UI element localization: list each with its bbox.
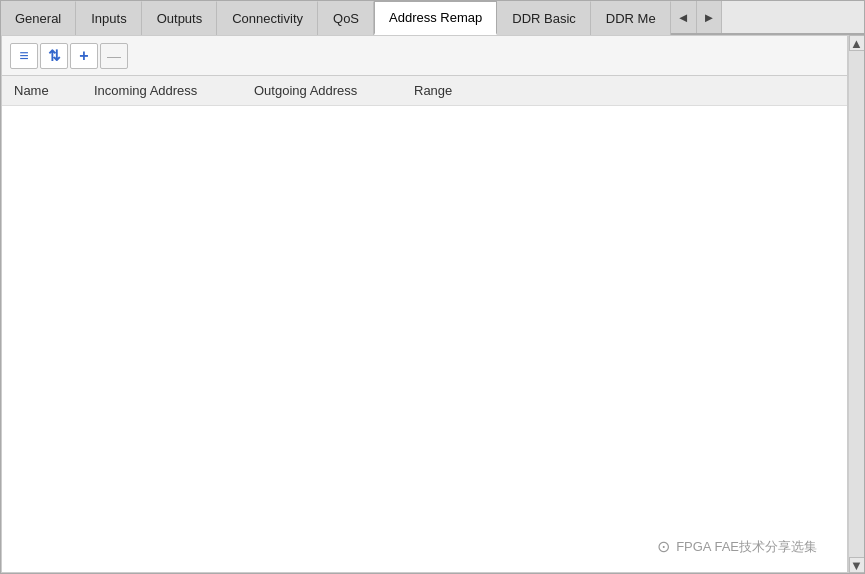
col-header-range: Range <box>410 83 510 98</box>
table-header: Name Incoming Address Outgoing Address R… <box>2 76 847 106</box>
sort-button[interactable]: ≡ <box>10 43 38 69</box>
tab-ddr-basic[interactable]: DDR Basic <box>497 1 591 35</box>
watermark: ⊙ FPGA FAE技术分享选集 <box>657 537 817 556</box>
add-button[interactable]: + <box>70 43 98 69</box>
main-content: ≡ ⇅ + — Name Incoming Address <box>1 35 864 573</box>
app-container: General Inputs Outputs Connectivity QoS … <box>0 0 865 574</box>
tab-address-remap[interactable]: Address Remap <box>374 1 497 35</box>
col-header-name: Name <box>10 83 90 98</box>
scroll-up-btn[interactable]: ▲ <box>849 35 865 51</box>
tab-outputs[interactable]: Outputs <box>142 1 218 35</box>
tab-connectivity[interactable]: Connectivity <box>217 1 318 35</box>
tab-general[interactable]: General <box>1 1 76 35</box>
table-body: ⊙ FPGA FAE技术分享选集 <box>2 106 847 572</box>
tab-bar: General Inputs Outputs Connectivity QoS … <box>1 1 864 35</box>
scroll-down-btn[interactable]: ▼ <box>849 557 865 573</box>
watermark-icon: ⊙ <box>657 537 670 556</box>
remove-button[interactable]: — <box>100 43 128 69</box>
tab-overflow-btn[interactable]: ◄ <box>671 1 697 33</box>
col-header-outgoing: Outgoing Address <box>250 83 410 98</box>
scrollbar-track[interactable] <box>849 51 865 557</box>
tab-inputs[interactable]: Inputs <box>76 1 141 35</box>
tab-ddr-me[interactable]: DDR Me <box>591 1 671 35</box>
tab-overflow-next-btn[interactable]: ► <box>697 1 723 33</box>
col-header-incoming: Incoming Address <box>90 83 250 98</box>
toolbar: ≡ ⇅ + — <box>2 36 847 76</box>
right-scrollbar: ▲ ▼ <box>848 35 864 573</box>
content-panel: ≡ ⇅ + — Name Incoming Address <box>1 35 848 573</box>
tab-qos[interactable]: QoS <box>318 1 374 35</box>
swap-button[interactable]: ⇅ <box>40 43 68 69</box>
